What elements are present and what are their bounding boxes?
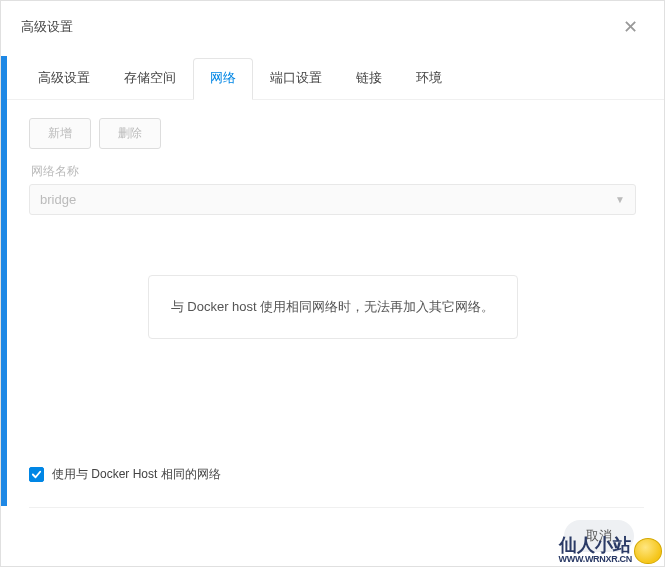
use-host-network-row[interactable]: 使用与 Docker Host 相同的网络 [29, 466, 644, 483]
delete-button[interactable]: 删除 [99, 118, 161, 149]
info-message: 与 Docker host 使用相同网络时，无法再加入其它网络。 [148, 275, 518, 339]
tab-ports[interactable]: 端口设置 [253, 58, 339, 100]
network-select-value: bridge [40, 192, 76, 207]
checkbox-checked-icon[interactable] [29, 467, 44, 482]
tab-links[interactable]: 链接 [339, 58, 399, 100]
toolbar: 新增 删除 [29, 118, 636, 149]
dialog-footer: 使用与 Docker Host 相同的网络 取消 [1, 452, 664, 566]
close-icon[interactable]: ✕ [617, 16, 644, 38]
network-name-label: 网络名称 [29, 163, 636, 180]
tab-content: 新增 删除 网络名称 bridge ▼ 与 Docker host 使用相同网络… [1, 100, 664, 339]
left-accent-strip [1, 56, 7, 506]
dialog-title: 高级设置 [21, 18, 73, 36]
checkbox-label: 使用与 Docker Host 相同的网络 [52, 466, 221, 483]
tab-environment[interactable]: 环境 [399, 58, 459, 100]
add-button[interactable]: 新增 [29, 118, 91, 149]
network-select[interactable]: bridge ▼ [29, 184, 636, 215]
dialog-header: 高级设置 ✕ [1, 1, 664, 48]
tab-bar: 高级设置 存储空间 网络 端口设置 链接 环境 [1, 58, 664, 100]
cancel-button[interactable]: 取消 [564, 520, 634, 552]
chevron-down-icon: ▼ [615, 194, 625, 205]
footer-button-row: 取消 [29, 507, 644, 552]
tab-storage[interactable]: 存储空间 [107, 58, 193, 100]
tab-network[interactable]: 网络 [193, 58, 253, 100]
tab-advanced[interactable]: 高级设置 [21, 58, 107, 100]
